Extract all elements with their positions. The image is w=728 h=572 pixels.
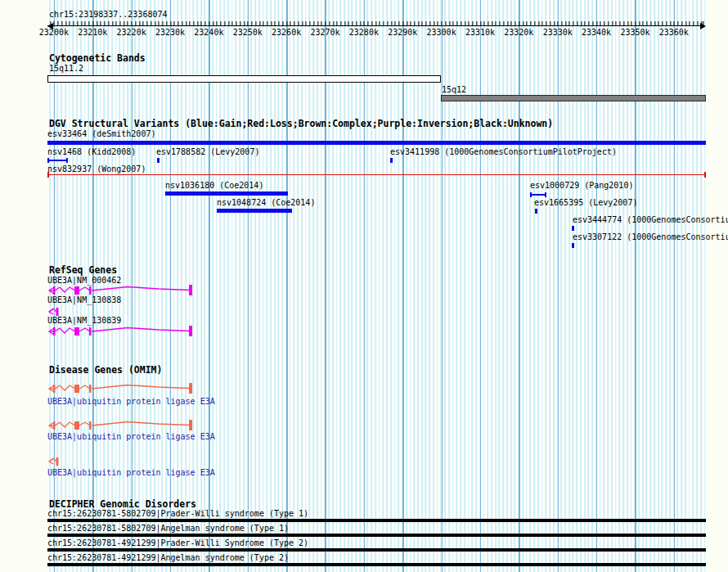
ruler-line [47, 25, 704, 26]
track-header-omim: Disease Genes (OMIM) [49, 365, 162, 375]
variant-label[interactable]: esv1665395 (Levy2007) [534, 199, 637, 207]
ruler-tick-label: 23350k [620, 29, 649, 37]
ruler-tick-label: 23340k [582, 29, 611, 37]
ruler-tick-labels: 23200k23210k23220k23230k23240k23250k2326… [0, 29, 728, 37]
variant-tick-esv1665395[interactable] [535, 209, 537, 214]
cytoband-label[interactable]: 15q11.2 [49, 65, 83, 73]
variant-tick-esv1788582[interactable] [157, 158, 160, 163]
grid-major-line [209, 0, 209, 572]
decipher-bar[interactable] [47, 519, 706, 522]
ruler-tick-label: 23250k [233, 29, 263, 37]
ruler-tick-label: 23260k [272, 29, 301, 37]
variant-span-nsv832937[interactable] [47, 172, 706, 178]
decipher-bar[interactable] [47, 548, 706, 552]
grid-major-line [558, 0, 559, 572]
variant-label[interactable]: esv3411998 (1000GenomesConsortiumPilotPr… [390, 148, 617, 156]
grid-major-line [364, 0, 365, 572]
variant-span-esv1000729[interactable] [530, 192, 546, 197]
ruler-tick-label: 23280k [349, 29, 379, 37]
cytoband-15q12[interactable] [441, 95, 706, 101]
omim-gene-label[interactable]: UBE3A|ubiquitin protein ligase E3A [47, 433, 215, 441]
variant-label[interactable]: esv33464 (deSmith2007) [47, 130, 155, 138]
omim-gene-glyph[interactable] [47, 382, 195, 394]
decipher-label[interactable]: chr15:26230781-5802709|Angelman syndrome… [47, 525, 289, 533]
omim-gene-label[interactable]: UBE3A|ubiquitin protein ligase E3A [47, 398, 215, 406]
ruler-tick-label: 23270k [310, 29, 339, 37]
ruler-tick-label: 23330k [543, 29, 573, 37]
ruler-tick-label: 23220k [117, 29, 146, 37]
ruler-tick-label: 23310k [465, 29, 495, 37]
variant-label[interactable]: esv3307122 (1000GenomesConsortiu [573, 233, 728, 241]
grid-major-line [635, 0, 636, 572]
decipher-label[interactable]: chr15:26230781-5802709|Prader-Willi synd… [47, 510, 308, 518]
grid-major-line [596, 0, 597, 572]
ruler-tick-label: 23210k [78, 29, 107, 37]
grid-major-line [402, 0, 403, 572]
grid-major-line [519, 0, 519, 572]
gene-label[interactable]: UBE3A|NM_130839 [47, 317, 121, 325]
variant-span-nsv1468[interactable] [47, 158, 68, 163]
track-header-dgv: DGV Structural Variants (Blue:Gain;Red:L… [49, 119, 553, 128]
grid-major-line [674, 0, 675, 572]
region-title: chr15:23198337..23368074 [49, 11, 168, 19]
variant-tick-esv3307122[interactable] [572, 243, 574, 248]
decipher-label[interactable]: chr15:26230781-4921299|Angelman syndrome… [47, 554, 289, 562]
variant-label[interactable]: nsv1468 (Kidd2008) [47, 148, 136, 156]
decipher-bar[interactable] [47, 563, 706, 566]
ruler-tick-label: 23300k [427, 29, 456, 37]
cytoband-label[interactable]: 15q12 [442, 86, 466, 94]
variant-bar-nsv1048724[interactable] [217, 209, 292, 213]
ruler-tick-label: 23240k [194, 29, 223, 37]
variant-label[interactable]: esv3444774 (1000GenomesConsortiu [573, 216, 728, 224]
grid-major-line [325, 0, 326, 572]
grid-major-line [286, 0, 287, 572]
omim-gene-glyph[interactable] [47, 455, 61, 467]
variant-tick-esv3444774[interactable] [572, 226, 574, 231]
variant-label[interactable]: esv1788582 (Levy2007) [156, 148, 259, 156]
gene-glyph-NM_000462[interactable] [47, 284, 195, 296]
variant-tick-esv3411998[interactable] [390, 158, 393, 163]
decipher-label[interactable]: chr15:26230781-4921299|Prader-Willi Synd… [47, 539, 308, 547]
ruler-tick-label: 23200k [39, 29, 69, 37]
track-header-decipher: DECIPHER Genomic Disorders [49, 499, 196, 509]
variant-label[interactable]: nsv1048724 (Coe2014) [217, 199, 315, 207]
ruler-tick-label: 23320k [504, 29, 533, 37]
ruler-tick-label: 23290k [388, 29, 417, 37]
variant-bar-nsv1036180[interactable] [165, 191, 288, 196]
gene-label[interactable]: UBE3A|NM_130838 [47, 296, 121, 304]
cytoband-15q11-2[interactable] [47, 75, 441, 83]
decipher-bar[interactable] [47, 534, 706, 537]
variant-bar-esv33464[interactable] [47, 141, 706, 145]
track-header-cytobands: Cytogenetic Bands [49, 53, 146, 63]
ruler-tick-label: 23230k [155, 29, 185, 37]
variant-label[interactable]: esv1000729 (Pang2010) [530, 182, 633, 190]
genome-browser-view: chr15:23198337..23368074 23200k23210k232… [0, 0, 728, 572]
omim-gene-glyph[interactable] [47, 419, 195, 431]
grid-major-line [248, 0, 249, 572]
track-header-refseq: RefSeq Genes [49, 265, 117, 275]
grid-major-line [480, 0, 481, 572]
ruler-tick-label: 23360k [659, 29, 689, 37]
omim-gene-label[interactable]: UBE3A|ubiquitin protein ligase E3A [47, 469, 215, 477]
variant-label[interactable]: nsv1036180 (Coe2014) [165, 182, 263, 190]
gene-glyph-NM_130839[interactable] [47, 325, 195, 337]
